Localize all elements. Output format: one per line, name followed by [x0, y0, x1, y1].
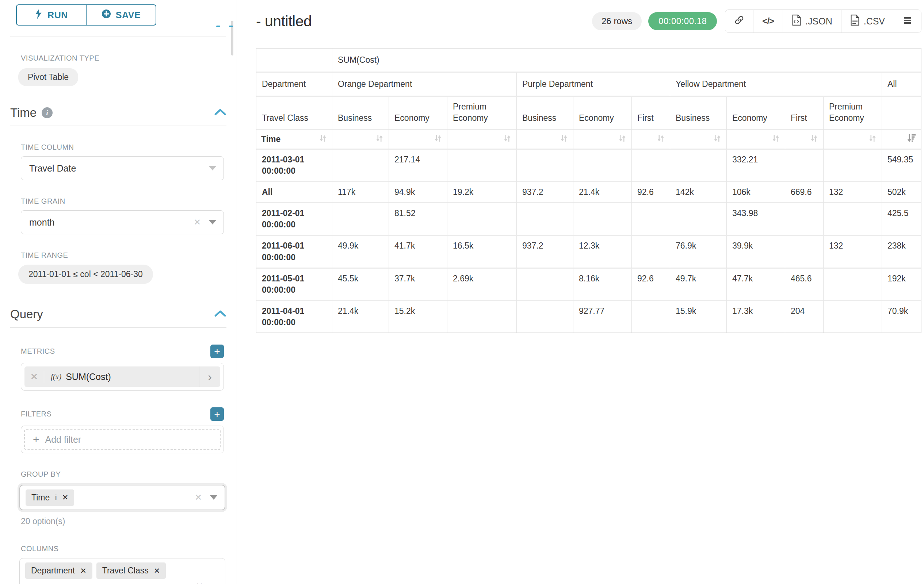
value-cell: 47.7k — [727, 269, 785, 301]
sort-cell[interactable] — [447, 130, 517, 150]
add-filter-dropzone[interactable]: + Add filter — [24, 429, 221, 450]
visualization-type-value[interactable]: Pivot Table — [18, 68, 78, 86]
value-cell — [632, 236, 670, 268]
filters-control: + Add filter — [21, 426, 224, 453]
value-cell: 45.5k — [332, 269, 389, 301]
metric-pill[interactable]: ✕ f(x) SUM(Cost) › — [25, 367, 220, 387]
value-cell — [517, 301, 573, 332]
sort-cell[interactable] — [823, 130, 882, 150]
run-button[interactable]: RUN — [16, 4, 87, 26]
columns-tag[interactable]: Travel Class ✕ — [96, 563, 166, 579]
sort-cell[interactable] — [332, 130, 389, 150]
metrics-label: METRICS — [21, 347, 55, 355]
add-filter-button[interactable]: + — [210, 407, 224, 421]
view-query-button[interactable]: </> — [754, 10, 783, 33]
value-cell: 19.2k — [447, 182, 517, 203]
time-range-value[interactable]: 2011-01-01 ≤ col < 2011-06-30 — [18, 265, 153, 284]
remove-tag-icon[interactable]: ✕ — [62, 493, 69, 502]
time-section-header: Time i — [10, 106, 226, 120]
row-label: 2011-06-01 00:00:00 — [256, 236, 332, 268]
clear-icon[interactable]: ✕ — [193, 217, 201, 227]
value-cell: 192k — [882, 269, 921, 301]
value-cell: 92.6 — [632, 269, 670, 301]
sort-icon — [503, 134, 512, 146]
value-cell: 21.4k — [332, 301, 389, 332]
sort-icon — [318, 134, 327, 146]
value-cell: 502k — [882, 182, 921, 203]
group-by-select[interactable]: Time i ✕ ✕ — [19, 485, 225, 510]
value-cell: 41.7k — [389, 236, 447, 268]
sub-column-header: Business — [517, 97, 573, 130]
columns-label: COLUMNS — [21, 545, 237, 553]
remove-tag-icon[interactable]: ✕ — [154, 566, 160, 575]
run-save-button-group: RUN SAVE — [16, 4, 156, 26]
clipped-icon — [216, 26, 220, 27]
sort-icon — [656, 134, 665, 146]
time-section-title: Time — [10, 106, 36, 120]
sort-cell[interactable] — [632, 130, 670, 150]
table-row: 2011-05-01 00:00:0045.5k37.7k2.69k8.16k9… — [256, 269, 921, 301]
value-cell: 937.2 — [517, 182, 573, 203]
sort-cell[interactable] — [785, 130, 823, 150]
value-cell — [632, 301, 670, 332]
sub-column-header: Business — [332, 97, 389, 130]
chevron-right-icon[interactable]: › — [199, 367, 220, 387]
value-cell: 49.9k — [332, 236, 389, 268]
group-by-label: GROUP BY — [21, 470, 237, 479]
value-cell — [332, 203, 389, 236]
group-by-tag[interactable]: Time i ✕ — [26, 489, 74, 506]
sort-cell[interactable] — [882, 130, 921, 150]
sort-cell[interactable] — [727, 130, 785, 150]
sort-icon — [771, 134, 780, 146]
sort-cell[interactable] — [670, 130, 727, 150]
clear-icon[interactable]: ✕ — [195, 492, 202, 503]
value-cell: 21.4k — [573, 182, 632, 203]
save-button[interactable]: SAVE — [86, 4, 156, 26]
row-label: 2011-03-01 00:00:00 — [256, 150, 332, 182]
code-icon: </> — [762, 16, 774, 26]
value-cell: 204 — [785, 301, 823, 332]
column-group-header: Yellow Department — [670, 72, 882, 97]
remove-tag-icon[interactable]: ✕ — [80, 566, 87, 575]
columns-tag[interactable]: Department ✕ — [25, 563, 92, 579]
value-cell — [632, 150, 670, 182]
query-section-title: Query — [10, 307, 43, 321]
chart-title[interactable]: - untitled — [256, 13, 312, 30]
value-cell — [632, 203, 670, 236]
time-sort-header[interactable]: Time — [256, 130, 332, 150]
time-column-select[interactable]: Travel Date — [21, 156, 224, 180]
clear-icon[interactable]: ✕ — [196, 581, 203, 584]
value-cell: 132 — [823, 236, 882, 268]
collapse-chevron-icon[interactable] — [214, 108, 226, 118]
collapse-chevron-icon[interactable] — [214, 309, 226, 319]
time-grain-select[interactable]: month ✕ — [21, 210, 224, 234]
plus-circle-icon — [102, 9, 111, 21]
value-cell — [785, 236, 823, 268]
filters-label: FILTERS — [21, 410, 51, 418]
export-json-button[interactable]: .JSON — [783, 10, 842, 33]
value-cell — [517, 150, 573, 182]
value-cell: 37.7k — [389, 269, 447, 301]
value-cell — [785, 150, 823, 182]
menu-button[interactable] — [894, 10, 921, 33]
sort-cell[interactable] — [517, 130, 573, 150]
share-link-button[interactable] — [725, 10, 754, 33]
value-cell — [670, 150, 727, 182]
value-cell — [447, 150, 517, 182]
sort-cell[interactable] — [389, 130, 447, 150]
visualization-type-label: VISUALIZATION TYPE — [21, 54, 237, 63]
value-cell: 465.6 — [785, 269, 823, 301]
remove-metric-icon[interactable]: ✕ — [25, 371, 44, 383]
value-cell: 669.6 — [785, 182, 823, 203]
add-metric-button[interactable]: + — [210, 345, 224, 358]
value-cell — [517, 203, 573, 236]
export-csv-button[interactable]: .CSV — [842, 10, 894, 33]
sub-column-header: First — [632, 97, 670, 130]
column-group-header: All — [882, 72, 921, 97]
value-cell: 81.52 — [389, 203, 447, 236]
columns-select[interactable]: Department ✕ Travel Class ✕ ✕ — [19, 558, 225, 584]
row-label: 2011-02-01 00:00:00 — [256, 203, 332, 236]
sort-icon — [434, 134, 442, 146]
sort-cell[interactable] — [573, 130, 632, 150]
value-cell: 238k — [882, 236, 921, 268]
